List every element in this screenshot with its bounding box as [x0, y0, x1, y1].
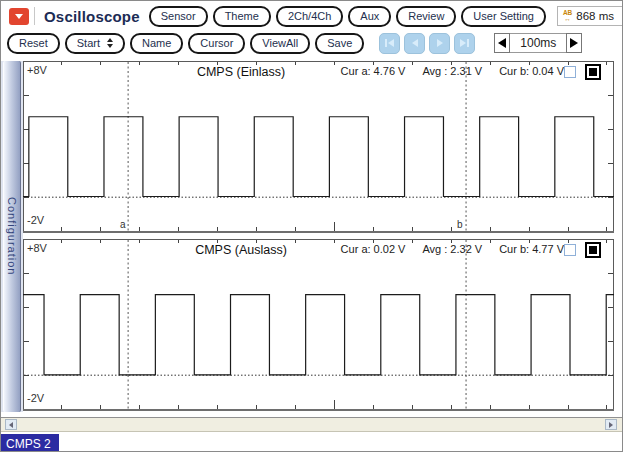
timebase-increase-button[interactable] — [566, 33, 582, 53]
page-title: Oscilloscope — [40, 8, 144, 25]
avg-readout: Avg : 2.32 V — [422, 243, 482, 255]
configuration-panel-splitter[interactable]: Configuration — [1, 61, 23, 412]
stepper-icon — [107, 38, 113, 48]
ab-cursors-icon: AB↔ — [563, 10, 572, 22]
sensor-button[interactable]: Sensor — [149, 6, 208, 27]
channel-tab-cmps2[interactable]: CMPS 2 — [1, 434, 59, 452]
timebase-control: 100ms — [494, 33, 582, 53]
cursor-b-label: b — [457, 219, 463, 230]
toolbar-row-1: Oscilloscope Sensor Theme 2Ch/4Ch Aux Re… — [1, 3, 622, 29]
channel-display-checkbox[interactable] — [585, 64, 601, 80]
horizontal-scrollbar[interactable] — [1, 417, 622, 432]
scroll-right-button[interactable] — [605, 419, 617, 430]
cursor-a-readout: Cur a: 4.76 V — [341, 65, 406, 77]
measurement-readouts: Cur a: 4.76 V Avg : 2.31 V Cur b: 0.04 V — [341, 65, 564, 77]
app-menu-button[interactable] — [9, 8, 29, 25]
checkbox-fill-icon — [589, 68, 597, 76]
cursor-b-readout: Cur b: 0.04 V — [499, 65, 564, 77]
channel-select-checkbox[interactable] — [564, 244, 576, 256]
cursor-delta-value: 868 ms — [576, 10, 614, 22]
save-button[interactable]: Save — [315, 33, 364, 54]
cursor-b-readout: Cur b: 4.77 V — [499, 243, 564, 255]
cursor-button[interactable]: Cursor — [188, 33, 245, 54]
channel-display-checkbox[interactable] — [585, 242, 601, 258]
first-frame-button[interactable] — [379, 33, 400, 54]
aux-button[interactable]: Aux — [348, 6, 391, 27]
triangle-down-icon — [15, 14, 23, 19]
channel-select-checkbox[interactable] — [564, 66, 576, 78]
y-max-label: +8V — [27, 242, 47, 254]
start-button-label: Start — [77, 37, 100, 49]
viewall-button[interactable]: ViewAll — [250, 33, 310, 54]
timebase-value[interactable]: 100ms — [510, 33, 566, 53]
review-button[interactable]: Review — [396, 6, 456, 27]
channel-title: CMPS (Einlass) — [151, 65, 331, 79]
theme-button[interactable]: Theme — [213, 6, 271, 27]
timebase-decrease-button[interactable] — [494, 33, 510, 53]
y-min-label: -2V — [27, 214, 44, 226]
start-button[interactable]: Start — [65, 33, 125, 54]
scope-display: +8V CMPS (Einlass) Cur a: 4.76 V Avg : 2… — [23, 61, 614, 412]
toolbar-row-2: Reset Start Name Cursor ViewAll Save 100… — [1, 30, 622, 56]
divider — [34, 7, 35, 25]
scope-channel-2: +8V CMPS (Auslass) Cur a: 0.02 V Avg : 2… — [23, 239, 614, 411]
playback-nav-group — [379, 33, 475, 54]
scope-channel-1: +8V CMPS (Einlass) Cur a: 4.76 V Avg : 2… — [23, 61, 614, 233]
user-setting-button[interactable]: User Setting — [461, 6, 546, 27]
waveform-plot-1 — [23, 61, 614, 233]
last-frame-button[interactable] — [454, 33, 475, 54]
scroll-left-button[interactable] — [5, 419, 17, 430]
checkbox-fill-icon — [589, 246, 597, 254]
splitter-handle[interactable]: Configuration — [3, 61, 21, 412]
cursor-a-readout: Cur a: 0.02 V — [341, 243, 406, 255]
avg-readout: Avg : 2.31 V — [422, 65, 482, 77]
sidebar-label: Configuration — [6, 197, 18, 275]
waveform-plot-2 — [23, 239, 614, 411]
reset-button[interactable]: Reset — [7, 33, 60, 54]
previous-frame-button[interactable] — [404, 33, 425, 54]
cursor-delta-display: AB↔ 868 ms — [557, 6, 623, 26]
oscilloscope-window: Oscilloscope Sensor Theme 2Ch/4Ch Aux Re… — [0, 0, 623, 452]
next-frame-button[interactable] — [429, 33, 450, 54]
measurement-readouts: Cur a: 0.02 V Avg : 2.32 V Cur b: 4.77 V — [341, 243, 564, 255]
y-min-label: -2V — [27, 392, 44, 404]
cursor-a-label: a — [120, 219, 126, 230]
channel-title: CMPS (Auslass) — [151, 243, 331, 257]
name-button[interactable]: Name — [130, 33, 183, 54]
channel-mode-button[interactable]: 2Ch/4Ch — [276, 6, 343, 27]
y-max-label: +8V — [27, 64, 47, 76]
